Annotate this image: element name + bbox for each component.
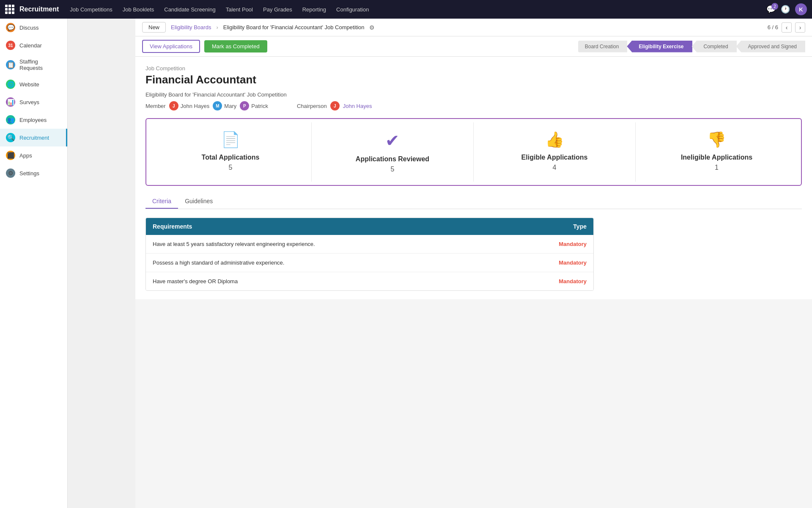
app-logo: Recruitment	[19, 6, 59, 13]
clock-icon[interactable]: 🕐	[781, 5, 790, 14]
prev-page-button[interactable]: ‹	[782, 22, 792, 33]
stages-bar: Board Creation Eligibility Exercise Comp…	[578, 41, 805, 52]
ineligible-applications-label: Ineligible Applications	[681, 154, 752, 161]
chairperson-name: John Hayes	[343, 103, 372, 109]
total-applications-label: Total Applications	[202, 154, 260, 161]
member-name-mary: Mary	[224, 103, 236, 109]
top-nav-right: 💬 2 🕐 K	[766, 3, 807, 15]
tab-guidelines[interactable]: Guidelines	[178, 194, 219, 209]
nav-candidate-screening[interactable]: Candidate Screening	[160, 4, 219, 15]
recruitment-icon: 🔍	[6, 133, 15, 142]
ineligible-applications-icon: 👎	[707, 131, 726, 149]
eligible-applications-icon: 👍	[545, 131, 564, 149]
apps-icon: ⬛	[6, 151, 15, 160]
col-header-requirements: Requirements	[153, 223, 527, 230]
nav-job-booklets[interactable]: Job Booklets	[118, 4, 158, 15]
sidebar-label-staffing: Staffing Requests	[19, 58, 61, 71]
sidebar-label-website: Website	[19, 81, 39, 88]
eligible-applications-label: Eligible Applications	[521, 154, 588, 161]
sidebar-item-calendar[interactable]: 31 Calendar	[0, 36, 67, 54]
surveys-icon: 📊	[6, 97, 15, 107]
nav-job-competitions[interactable]: Job Competitions	[66, 4, 116, 15]
applications-reviewed-label: Applications Reviewed	[356, 155, 429, 163]
member-name-john: John Hayes	[181, 103, 210, 109]
sidebar-item-surveys[interactable]: 📊 Surveys	[0, 93, 67, 111]
stat-total-applications: 📄 Total Applications 5	[150, 122, 312, 182]
job-title: Financial Accountant	[145, 73, 802, 86]
view-applications-button[interactable]: View Applications	[142, 40, 200, 53]
pagination-text: 6 / 6	[768, 24, 778, 30]
requirement-type-3: Mandatory	[527, 278, 587, 284]
nav-configuration[interactable]: Configuration	[332, 4, 373, 15]
stage-approved-signed[interactable]: Approved and Signed	[736, 41, 805, 52]
staffing-icon: 📋	[6, 60, 15, 69]
sidebar-label-apps: Apps	[19, 152, 32, 159]
pagination: 6 / 6 ‹ ›	[768, 22, 805, 33]
sidebar-item-settings[interactable]: ⚙ Settings	[0, 164, 67, 182]
grid-menu-icon[interactable]	[5, 5, 14, 14]
members-row: Member J John Hayes M Mary P Patrick Cha…	[145, 101, 802, 110]
next-page-button[interactable]: ›	[795, 22, 805, 33]
stage-board-creation[interactable]: Board Creation	[578, 41, 628, 52]
sidebar-item-apps[interactable]: ⬛ Apps	[0, 146, 67, 164]
table-row: Possess a high standard of administrativ…	[146, 254, 593, 272]
breadcrumb-bar: New Eligibility Boards › Eligibility Boa…	[135, 19, 812, 36]
action-bar: View Applications Mark as Completed Boar…	[135, 36, 812, 57]
stats-container: 📄 Total Applications 5 ✔ Applications Re…	[145, 118, 802, 186]
stat-ineligible-applications: 👎 Ineligible Applications 1	[636, 122, 798, 182]
chairperson-section: Chairperson J John Hayes	[297, 101, 372, 110]
breadcrumb-link[interactable]: Eligibility Boards	[171, 24, 211, 30]
stat-applications-reviewed: ✔ Applications Reviewed 5	[312, 122, 474, 182]
stage-eligibility-exercise[interactable]: Eligibility Exercise	[627, 41, 692, 52]
sidebar: 💬 Discuss 31 Calendar 📋 Staffing Request…	[0, 0, 68, 508]
chairperson-label: Chairperson	[297, 103, 327, 109]
applications-reviewed-icon: ✔	[385, 131, 400, 150]
sidebar-label-settings: Settings	[19, 170, 39, 177]
nav-pay-grades[interactable]: Pay Grades	[259, 4, 296, 15]
chat-icon[interactable]: 💬 2	[766, 5, 776, 14]
total-applications-icon: 📄	[221, 131, 240, 149]
sidebar-label-calendar: Calendar	[19, 42, 42, 49]
table-row: Have at least 5 years satisfactory relev…	[146, 235, 593, 254]
user-avatar[interactable]: K	[795, 3, 807, 15]
requirements-table: Requirements Type Have at least 5 years …	[145, 218, 594, 291]
stage-completed[interactable]: Completed	[692, 41, 737, 52]
member-name-patrick: Patrick	[251, 103, 268, 109]
col-header-type: Type	[527, 223, 587, 230]
new-button[interactable]: New	[142, 22, 166, 33]
sidebar-item-staffing-requests[interactable]: 📋 Staffing Requests	[0, 54, 67, 75]
calendar-icon: 31	[6, 41, 15, 50]
body-content: Job Competition Financial Accountant Eli…	[135, 57, 812, 299]
sidebar-item-website[interactable]: 🌐 Website	[0, 75, 67, 93]
job-label: Job Competition	[145, 65, 802, 72]
avatar-patrick: P	[240, 101, 249, 110]
discuss-icon: 💬	[6, 23, 15, 32]
avatar-mary: M	[213, 101, 222, 110]
sidebar-item-employees[interactable]: 👥 Employees	[0, 111, 67, 129]
tabs-bar: Criteria Guidelines	[145, 194, 802, 209]
avatar-chairperson: J	[330, 101, 340, 110]
gear-icon[interactable]: ⚙	[369, 24, 375, 31]
ineligible-applications-value: 1	[715, 164, 719, 171]
sidebar-item-discuss[interactable]: 💬 Discuss	[0, 19, 67, 36]
notification-badge: 2	[771, 3, 778, 10]
requirement-type-2: Mandatory	[527, 260, 587, 266]
tab-criteria[interactable]: Criteria	[145, 194, 178, 209]
breadcrumb-current: Eligibility Board for 'Financial Account…	[223, 24, 365, 30]
requirement-text-2: Possess a high standard of administrativ…	[153, 260, 527, 266]
sidebar-label-employees: Employees	[19, 117, 47, 123]
requirement-type-1: Mandatory	[527, 241, 587, 247]
sidebar-label-recruitment: Recruitment	[19, 135, 49, 141]
breadcrumb-separator: ›	[216, 24, 218, 30]
settings-icon: ⚙	[6, 168, 15, 178]
top-navigation: Recruitment Job Competitions Job Booklet…	[0, 0, 812, 19]
total-applications-value: 5	[229, 164, 233, 171]
mark-completed-button[interactable]: Mark as Completed	[204, 40, 267, 52]
sidebar-item-recruitment[interactable]: 🔍 Recruitment	[0, 129, 67, 146]
sidebar-label-surveys: Surveys	[19, 99, 39, 105]
main-content: New Eligibility Boards › Eligibility Boa…	[135, 0, 812, 508]
nav-talent-pool[interactable]: Talent Pool	[222, 4, 257, 15]
requirements-section: Requirements Type Have at least 5 years …	[145, 218, 594, 291]
nav-reporting[interactable]: Reporting	[298, 4, 330, 15]
top-nav-items: Job Competitions Job Booklets Candidate …	[66, 4, 373, 15]
